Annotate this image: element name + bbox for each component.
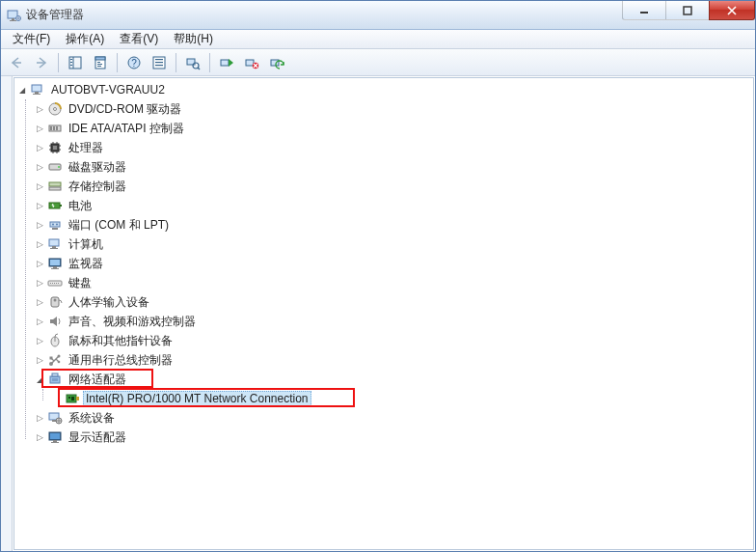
toolbar-separator: [209, 53, 210, 72]
tree-item[interactable]: 鼠标和其他指针设备: [34, 331, 753, 350]
svg-rect-4: [640, 12, 648, 14]
menu-file[interactable]: 文件(F): [5, 29, 58, 49]
tree-item-label: 网络适配器: [66, 371, 129, 389]
tree-item[interactable]: 处理器: [34, 138, 753, 157]
tree-item[interactable]: 键盘: [34, 273, 753, 292]
action-list-button[interactable]: [148, 51, 171, 74]
app-icon: [7, 8, 22, 23]
tree-item-label: 电池: [66, 197, 94, 215]
tree-item[interactable]: 监视器: [34, 254, 753, 273]
properties-button[interactable]: [89, 51, 112, 74]
tree-item-label: 磁盘驱动器: [66, 158, 129, 177]
svg-rect-26: [246, 60, 254, 66]
svg-text:?: ?: [131, 58, 137, 69]
tree-item-network-adapters[interactable]: 网络适配器: [34, 370, 753, 389]
svg-rect-33: [33, 94, 40, 95]
tree-item[interactable]: 人体学输入设备: [34, 292, 753, 312]
svg-rect-2: [10, 20, 16, 21]
svg-line-24: [198, 68, 200, 69]
mouse-icon: [47, 333, 63, 348]
tree-item[interactable]: 声音、视频和游戏控制器: [34, 312, 753, 331]
window-controls: [623, 1, 755, 20]
monitor-icon: [47, 256, 63, 271]
expand-toggle[interactable]: [51, 393, 63, 404]
close-button[interactable]: [709, 1, 755, 20]
toolbar-separator: [117, 53, 118, 72]
tree-item-label: 端口 (COM 和 LPT): [66, 216, 172, 235]
expand-toggle[interactable]: [34, 103, 45, 115]
expand-toggle[interactable]: [34, 200, 45, 211]
expand-toggle[interactable]: [34, 123, 45, 134]
expand-toggle[interactable]: [34, 373, 45, 385]
svg-rect-13: [97, 62, 100, 63]
svg-rect-32: [35, 92, 39, 94]
tree-item[interactable]: 显示适配器: [34, 428, 753, 447]
maximize-button[interactable]: [665, 1, 710, 20]
toolbar-separator: [58, 53, 59, 72]
tree-root[interactable]: AUTOBVT-VGRAUU2: [16, 80, 753, 99]
expand-toggle[interactable]: [34, 142, 45, 153]
device-tree-panel[interactable]: AUTOBVT-VGRAUU2 DVD/CD-ROM 驱动器IDE ATA/AT…: [14, 77, 754, 550]
expand-toggle[interactable]: [34, 316, 45, 327]
hdd-icon: [47, 159, 63, 175]
expand-toggle[interactable]: [34, 180, 45, 192]
uninstall-button[interactable]: [240, 51, 263, 74]
expand-toggle[interactable]: [16, 84, 28, 96]
sound-icon: [47, 314, 63, 329]
device-tree: AUTOBVT-VGRAUU2 DVD/CD-ROM 驱动器IDE ATA/AT…: [14, 78, 753, 451]
menu-action[interactable]: 操作(A): [58, 29, 112, 49]
tree-item[interactable]: 计算机: [34, 235, 753, 254]
tree-item-label: 鼠标和其他指针设备: [66, 332, 176, 350]
tree-item[interactable]: 磁盘驱动器: [34, 157, 753, 177]
system-icon: [47, 410, 63, 426]
expand-toggle[interactable]: [34, 354, 45, 366]
svg-rect-1: [12, 18, 14, 20]
tree-item-label: Intel(R) PRO/1000 MT Network Connection: [83, 391, 311, 406]
menu-view[interactable]: 查看(V): [112, 29, 166, 49]
back-button[interactable]: [5, 51, 28, 74]
storage-icon: [47, 179, 63, 194]
toolbar: ?: [1, 49, 755, 76]
tree-item-label: 监视器: [66, 255, 106, 273]
tree-item-label: 键盘: [66, 274, 94, 292]
tree-item[interactable]: IDE ATA/ATAPI 控制器: [34, 119, 753, 138]
tree-item[interactable]: 通用串行总线控制器: [34, 350, 753, 370]
console-tree-strip: [1, 76, 13, 551]
network-icon: [47, 372, 63, 387]
expand-toggle[interactable]: [34, 258, 45, 269]
expand-toggle[interactable]: [34, 238, 45, 250]
keyboard-icon: [47, 275, 63, 290]
tree-item-label: 处理器: [66, 139, 106, 157]
menu-help[interactable]: 帮助(H): [166, 29, 221, 49]
display-icon: [47, 429, 63, 445]
show-hide-tree-button[interactable]: [64, 51, 87, 74]
expand-toggle[interactable]: [34, 431, 45, 443]
svg-rect-12: [95, 57, 105, 60]
scan-hardware-button[interactable]: [181, 51, 204, 74]
svg-rect-9: [70, 62, 72, 63]
expand-toggle[interactable]: [34, 335, 45, 346]
tree-item-label: 通用串行总线控制器: [66, 351, 176, 370]
enable-button[interactable]: [215, 51, 238, 74]
update-driver-button[interactable]: [265, 51, 288, 74]
expand-toggle[interactable]: [34, 219, 45, 231]
tree-item[interactable]: 存储控制器: [34, 177, 753, 196]
tree-item-label: IDE ATA/ATAPI 控制器: [66, 120, 187, 138]
minimize-button[interactable]: [622, 1, 666, 20]
svg-rect-20: [155, 62, 163, 63]
expand-toggle[interactable]: [34, 161, 45, 173]
ide-icon: [47, 121, 63, 136]
tree-item[interactable]: 系统设备: [34, 408, 753, 428]
tree-item[interactable]: 端口 (COM 和 LPT): [34, 215, 753, 235]
svg-rect-25: [221, 60, 229, 66]
expand-toggle[interactable]: [34, 412, 45, 424]
expand-toggle[interactable]: [34, 296, 45, 308]
title-bar: 设备管理器: [1, 1, 755, 30]
tree-item[interactable]: 电池: [34, 196, 753, 215]
forward-button[interactable]: [30, 51, 53, 74]
tree-item[interactable]: DVD/CD-ROM 驱动器: [34, 99, 753, 119]
help-button[interactable]: ?: [122, 51, 146, 74]
tree-item-nic[interactable]: Intel(R) PRO/1000 MT Network Connection: [51, 389, 753, 408]
expand-toggle[interactable]: [34, 277, 45, 289]
usb-icon: [47, 352, 63, 368]
